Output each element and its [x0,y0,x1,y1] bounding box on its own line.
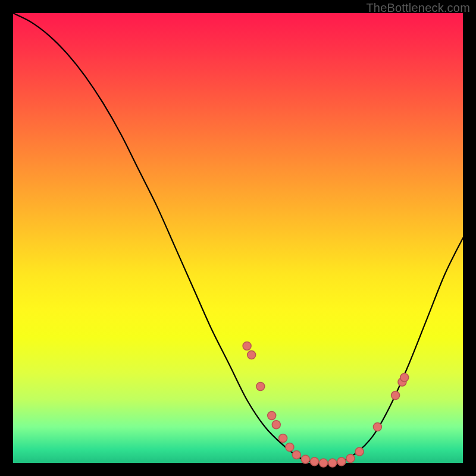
data-point [392,392,400,400]
data-point [272,421,280,429]
data-point [292,450,300,459]
data-point [355,447,364,456]
bottleneck-chart [13,13,463,463]
data-point [373,423,381,431]
data-point [337,458,346,466]
data-point [268,412,276,420]
data-point [320,459,328,467]
data-point [400,373,409,381]
data-point [243,342,251,350]
data-point [311,458,319,466]
data-point [346,454,355,462]
data-point [248,351,256,359]
data-point [301,455,309,464]
data-point [279,434,287,442]
data-point [328,459,337,467]
data-point [256,383,265,391]
data-markers [243,342,409,467]
data-point [286,443,294,452]
